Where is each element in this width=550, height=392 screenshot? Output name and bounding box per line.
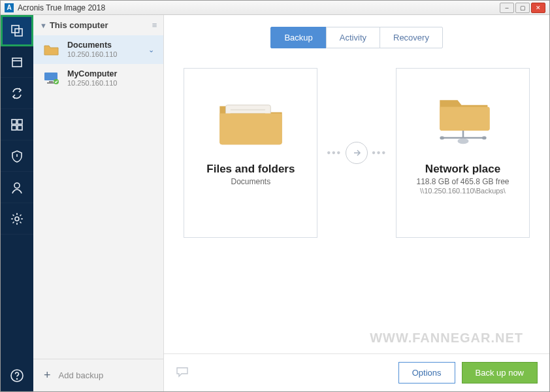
backup-item-mycomputer[interactable]: MyComputer 10.250.160.110 <box>33 64 163 93</box>
source-card[interactable]: Files and folders Documents <box>184 68 317 238</box>
svg-point-22 <box>481 136 486 139</box>
svg-rect-13 <box>49 81 53 82</box>
backup-list-sidebar: ▼ This computer ≡ Documents 10.250.160.1… <box>33 15 164 391</box>
window-controls: – ▢ ✕ <box>500 3 545 13</box>
nav-account[interactable] <box>1 172 33 203</box>
close-button[interactable]: ✕ <box>531 3 545 13</box>
source-sub: Documents <box>231 177 271 186</box>
backup-icon <box>10 24 24 38</box>
svg-rect-5 <box>18 120 22 124</box>
expand-icon[interactable]: ⌄ <box>148 46 154 54</box>
destination-space: 118.8 GB of 465.8 GB free <box>416 177 509 186</box>
tab-activity[interactable]: Activity <box>326 27 380 48</box>
list-item-title: Documents <box>67 41 117 50</box>
chevron-down-icon: ▼ <box>40 22 47 29</box>
archive-icon <box>10 55 24 69</box>
window-title: Acronis True Image 2018 <box>18 3 105 12</box>
help-icon <box>10 368 24 383</box>
plus-icon: + <box>44 368 51 382</box>
options-button[interactable]: Options <box>398 362 455 384</box>
tab-bar: Backup Activity Recovery <box>164 15 549 55</box>
grid-icon <box>10 118 24 132</box>
network-folder-icon <box>424 88 502 154</box>
svg-point-23 <box>457 138 468 144</box>
arrow-indicator: ••• ••• <box>327 142 387 164</box>
svg-rect-7 <box>18 125 22 130</box>
nav-settings[interactable] <box>1 203 33 235</box>
app-icon: A <box>5 3 14 12</box>
sync-icon <box>10 86 24 101</box>
svg-point-8 <box>14 183 20 188</box>
source-title: Files and folders <box>206 163 295 176</box>
pc-icon <box>42 71 61 86</box>
nav-backup[interactable] <box>1 15 33 46</box>
folder-icon <box>42 42 61 57</box>
nav-protection[interactable] <box>1 140 33 172</box>
nav-archive[interactable] <box>1 46 33 78</box>
gear-icon <box>10 212 24 226</box>
list-item-title: MyComputer <box>67 69 117 79</box>
watermark: WWW.FANNEGAR.NET <box>370 331 523 346</box>
comment-icon[interactable] <box>176 366 189 380</box>
destination-card[interactable]: Network place 118.8 GB of 465.8 GB free … <box>396 68 530 238</box>
arrow-right-icon <box>346 142 368 164</box>
maximize-button[interactable]: ▢ <box>515 3 530 13</box>
minimize-button[interactable]: – <box>500 3 514 13</box>
nav-help[interactable] <box>1 360 33 391</box>
add-backup-button[interactable]: + Add backup <box>33 359 163 391</box>
backup-item-documents[interactable]: Documents 10.250.160.110 ⌄ <box>33 35 163 64</box>
svg-point-11 <box>17 378 18 379</box>
sidebar-menu-icon[interactable]: ≡ <box>152 20 157 30</box>
bottom-bar: Options Back up now <box>164 353 549 391</box>
svg-point-21 <box>440 136 444 139</box>
list-item-sub: 10.250.160.110 <box>67 79 117 88</box>
nav-dashboard[interactable] <box>1 109 33 140</box>
svg-rect-4 <box>12 120 16 124</box>
svg-point-9 <box>15 217 19 221</box>
tab-backup[interactable]: Backup <box>270 27 326 48</box>
user-icon <box>10 180 24 195</box>
nav-sync[interactable] <box>1 78 33 109</box>
backup-config-area: Files and folders Documents ••• ••• <box>164 55 549 244</box>
left-nav <box>1 15 33 391</box>
sidebar-header-label: This computer <box>50 20 108 30</box>
destination-path: \\10.250.160.110\Backups\ <box>420 187 506 195</box>
tab-recovery[interactable]: Recovery <box>380 27 443 48</box>
destination-title: Network place <box>425 163 500 176</box>
shield-icon <box>10 149 24 163</box>
main-panel: Backup Activity Recovery Files and folde… <box>164 15 549 391</box>
add-backup-label: Add backup <box>59 370 104 380</box>
titlebar: A Acronis True Image 2018 – ▢ ✕ <box>1 1 549 15</box>
list-item-sub: 10.250.160.110 <box>67 50 117 59</box>
svg-rect-6 <box>12 125 16 130</box>
folder-large-icon <box>212 88 290 154</box>
svg-rect-2 <box>12 58 22 67</box>
sidebar-header[interactable]: ▼ This computer ≡ <box>33 15 163 35</box>
svg-rect-14 <box>47 82 55 84</box>
backup-now-button[interactable]: Back up now <box>462 362 538 384</box>
